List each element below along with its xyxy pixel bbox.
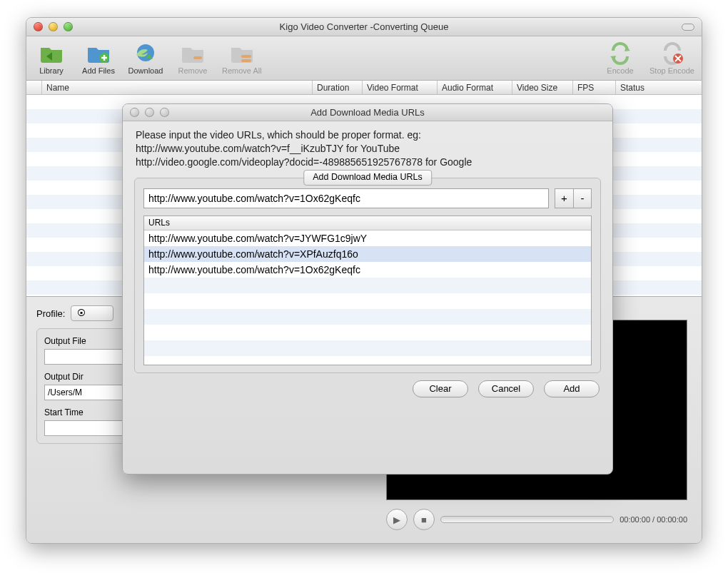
- url-list-empty-row: [144, 278, 591, 293]
- instructions-line1: Please input the video URLs, which shoul…: [136, 128, 600, 142]
- col-status[interactable]: Status: [616, 81, 702, 94]
- svg-rect-4: [241, 59, 251, 62]
- remove-url-button[interactable]: -: [573, 188, 592, 208]
- url-list-empty-row: [144, 309, 591, 325]
- instructions-line2: http://www.youtube.com/watch?v=f__iKzubT…: [136, 142, 600, 156]
- clear-button[interactable]: Clear: [413, 380, 468, 397]
- col-fps[interactable]: FPS: [573, 81, 616, 94]
- stop-encode-icon: [660, 42, 684, 65]
- library-button[interactable]: Library: [34, 42, 69, 75]
- url-list-item[interactable]: http://www.youtube.com/watch?v=XPfAuzfq1…: [144, 246, 591, 262]
- col-video-format[interactable]: Video Format: [363, 81, 438, 94]
- dialog-title: Add Download Media URLs: [123, 107, 612, 118]
- dvd-icon: ⦿: [77, 308, 86, 318]
- main-titlebar: Kigo Video Converter -Converting Queue: [26, 18, 702, 36]
- row-handle-col: [26, 81, 42, 94]
- encode-label: Encode: [607, 66, 633, 75]
- dialog-instructions: Please input the video URLs, which shoul…: [123, 121, 612, 173]
- svg-rect-2: [193, 56, 202, 59]
- url-list-empty-row: [144, 356, 591, 365]
- add-files-label: Add Files: [82, 66, 115, 75]
- play-button[interactable]: ▶: [386, 509, 408, 530]
- url-list-header[interactable]: URLs: [144, 216, 591, 230]
- add-urls-dialog: Add Download Media URLs Please input the…: [122, 103, 613, 475]
- toolbar-toggle-icon[interactable]: [682, 24, 694, 31]
- profile-select[interactable]: ⦿: [71, 305, 113, 321]
- download-label: Download: [128, 66, 163, 75]
- library-label: Library: [39, 66, 64, 75]
- url-list-empty-row: [144, 293, 591, 309]
- stop-encode-button[interactable]: Stop Encode: [649, 42, 694, 75]
- stop-encode-label: Stop Encode: [649, 66, 694, 75]
- play-icon: ▶: [393, 514, 400, 525]
- instructions-line3: http://video.google.com/videoplay?docid=…: [136, 156, 600, 169]
- profile-label: Profile:: [36, 308, 65, 319]
- encode-icon: [608, 42, 632, 65]
- encode-button[interactable]: Encode: [602, 42, 638, 75]
- transport-controls: ▶ ■ 00:00:00 / 00:00:00: [382, 504, 692, 534]
- add-files-button[interactable]: Add Files: [81, 42, 116, 75]
- remove-all-label: Remove All: [222, 66, 262, 75]
- download-icon: [133, 42, 158, 65]
- add-files-icon: [86, 42, 111, 65]
- library-icon: [39, 42, 64, 65]
- toolbar: Library Add Files Download Remove Remove…: [26, 36, 702, 81]
- url-list-empty-row: [144, 325, 591, 340]
- url-list-empty-row: [144, 340, 591, 356]
- col-name[interactable]: Name: [42, 81, 313, 94]
- url-list: URLs http://www.youtube.com/watch?v=JYWF…: [143, 215, 592, 365]
- remove-all-button[interactable]: Remove All: [222, 42, 262, 75]
- add-button[interactable]: Add: [544, 380, 600, 397]
- cancel-button[interactable]: Cancel: [478, 380, 534, 397]
- dialog-buttons: Clear Cancel Add: [123, 380, 612, 407]
- col-video-size[interactable]: Video Size: [512, 81, 573, 94]
- add-url-button[interactable]: +: [555, 188, 573, 208]
- dialog-titlebar: Add Download Media URLs: [123, 104, 612, 121]
- col-duration[interactable]: Duration: [313, 81, 363, 94]
- urls-group: Add Download Media URLs + - URLs http://…: [134, 178, 601, 373]
- url-list-item[interactable]: http://www.youtube.com/watch?v=JYWFG1c9j…: [144, 230, 591, 246]
- url-input[interactable]: [143, 188, 549, 208]
- remove-button[interactable]: Remove: [175, 42, 211, 75]
- window-title: Kigo Video Converter -Converting Queue: [26, 21, 702, 32]
- timecode: 00:00:00 / 00:00:00: [620, 515, 687, 524]
- remove-all-icon: [230, 42, 254, 65]
- urls-group-legend: Add Download Media URLs: [303, 170, 432, 186]
- url-list-item[interactable]: http://www.youtube.com/watch?v=1Ox62gKeq…: [144, 262, 591, 278]
- queue-table-header: Name Duration Video Format Audio Format …: [26, 81, 702, 95]
- remove-label: Remove: [178, 66, 208, 75]
- remove-icon: [181, 42, 205, 65]
- stop-icon: ■: [421, 514, 427, 525]
- svg-rect-3: [241, 55, 251, 58]
- download-button[interactable]: Download: [128, 42, 163, 75]
- stop-button[interactable]: ■: [413, 509, 435, 530]
- seek-slider[interactable]: [440, 516, 614, 523]
- col-audio-format[interactable]: Audio Format: [438, 81, 512, 94]
